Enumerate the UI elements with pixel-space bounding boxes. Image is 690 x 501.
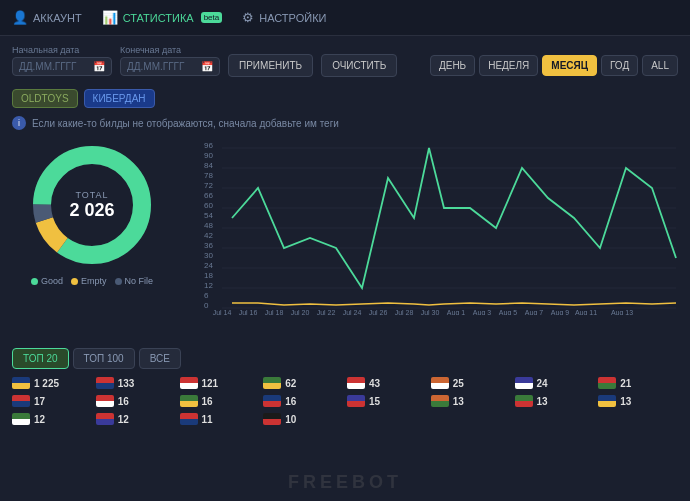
period-day[interactable]: ДЕНЬ: [430, 55, 475, 76]
flag-count: 16: [285, 396, 296, 407]
flag-count: 17: [34, 396, 45, 407]
svg-text:12: 12: [204, 281, 213, 290]
main-line: [232, 148, 676, 288]
nav-settings-label: НАСТРОЙКИ: [259, 12, 326, 24]
svg-rect-55: [347, 383, 365, 389]
flag-count: 1 225: [34, 378, 59, 389]
svg-text:Jul 14: Jul 14: [213, 309, 232, 315]
flag-count: 25: [453, 378, 464, 389]
svg-text:18: 18: [204, 271, 213, 280]
svg-text:Jul 18: Jul 18: [265, 309, 284, 315]
svg-rect-81: [96, 419, 114, 425]
donut-chart: TOTAL 2 026: [27, 140, 157, 270]
navigation: 👤 АККАУНТ 📊 СТАТИСТИКА beta ⚙ НАСТРОЙКИ: [0, 0, 690, 36]
flag-count: 15: [369, 396, 380, 407]
flag-cell: 13: [515, 395, 595, 407]
flag-count: 10: [285, 414, 296, 425]
nav-stats[interactable]: 📊 СТАТИСТИКА beta: [102, 10, 223, 25]
yellow-line: [232, 303, 676, 305]
svg-rect-46: [12, 377, 30, 383]
svg-text:72: 72: [204, 181, 213, 190]
svg-rect-49: [96, 383, 114, 389]
svg-rect-66: [180, 395, 198, 401]
total-value: 2 026: [69, 200, 114, 221]
period-buttons: ДЕНЬ НЕДЕЛЯ МЕСЯЦ ГОД ALL: [430, 55, 678, 76]
end-date-input[interactable]: ДД.ММ.ГГГГ 📅: [120, 57, 220, 76]
flag-table: 1 225 133 121 62 43 25 24 21 17 16 16 16…: [12, 377, 678, 425]
svg-rect-79: [12, 419, 30, 425]
svg-rect-78: [12, 413, 30, 419]
end-date-label: Конечная дата: [120, 45, 220, 55]
svg-rect-52: [263, 377, 281, 383]
svg-text:24: 24: [204, 261, 213, 270]
flag-count: 13: [620, 396, 631, 407]
svg-text:84: 84: [204, 161, 213, 170]
svg-text:Aug 7: Aug 7: [525, 309, 543, 315]
legend-good-label: Good: [41, 276, 63, 286]
svg-text:90: 90: [204, 151, 213, 160]
tab-top20[interactable]: ТОП 20: [12, 348, 69, 369]
svg-text:30: 30: [204, 251, 213, 260]
svg-text:Jul 16: Jul 16: [239, 309, 258, 315]
svg-rect-63: [12, 401, 30, 407]
tabs-row: ТОП 20 ТОП 100 ВСЕ: [12, 348, 678, 369]
stats-icon: 📊: [102, 10, 118, 25]
svg-text:48: 48: [204, 221, 213, 230]
flag-count: 24: [537, 378, 548, 389]
svg-text:66: 66: [204, 191, 213, 200]
tag-oldtoys[interactable]: OLDTOYS: [12, 89, 78, 108]
flag-cell: 21: [598, 377, 678, 389]
apply-button[interactable]: ПРИМЕНИТЬ: [228, 54, 313, 77]
flag-cell: 12: [96, 413, 176, 425]
svg-text:Jul 22: Jul 22: [317, 309, 336, 315]
svg-rect-72: [431, 395, 449, 401]
tab-all[interactable]: ВСЕ: [139, 348, 181, 369]
legend-empty-dot: [71, 278, 78, 285]
svg-rect-50: [180, 377, 198, 383]
svg-rect-69: [263, 401, 281, 407]
svg-rect-58: [515, 377, 533, 383]
legend-nofile-label: No File: [125, 276, 154, 286]
legend-empty-label: Empty: [81, 276, 107, 286]
start-date-input[interactable]: ДД.ММ.ГГГГ 📅: [12, 57, 112, 76]
svg-rect-76: [598, 395, 616, 401]
period-year[interactable]: ГОД: [601, 55, 638, 76]
svg-rect-59: [515, 383, 533, 389]
legend-nofile: No File: [115, 276, 154, 286]
flag-cell: 15: [347, 395, 427, 407]
period-month[interactable]: МЕСЯЦ: [542, 55, 597, 76]
end-date-group: Конечная дата ДД.ММ.ГГГГ 📅: [120, 45, 220, 76]
tab-top100[interactable]: ТОП 100: [73, 348, 135, 369]
flag-cell: 10: [263, 413, 343, 425]
grid-lines: [222, 148, 676, 308]
svg-rect-77: [598, 401, 616, 407]
nav-settings[interactable]: ⚙ НАСТРОЙКИ: [242, 10, 326, 25]
nav-account[interactable]: 👤 АККАУНТ: [12, 10, 82, 25]
tag-cyberdan[interactable]: КИБЕРДАН: [84, 89, 155, 108]
clear-button[interactable]: ОЧИСТИТЬ: [321, 54, 397, 77]
svg-rect-48: [96, 377, 114, 383]
start-date-value: ДД.ММ.ГГГГ: [19, 61, 76, 72]
svg-rect-65: [96, 401, 114, 407]
svg-rect-73: [431, 401, 449, 407]
flag-cell: 133: [96, 377, 176, 389]
legend-good-dot: [31, 278, 38, 285]
donut-label: TOTAL 2 026: [69, 190, 114, 221]
svg-text:Aug 3: Aug 3: [473, 309, 491, 315]
x-axis: Jul 14 Jul 16 Jul 18 Jul 20 Jul 22 Jul 2…: [213, 309, 634, 315]
info-icon: i: [12, 116, 26, 130]
svg-rect-80: [96, 413, 114, 419]
svg-rect-75: [515, 401, 533, 407]
svg-text:36: 36: [204, 241, 213, 250]
flag-cell: 16: [180, 395, 260, 407]
flag-cell: 11: [180, 413, 260, 425]
flag-cell: 43: [347, 377, 427, 389]
flag-cell: 25: [431, 377, 511, 389]
svg-text:0: 0: [204, 301, 209, 310]
nav-stats-label: СТАТИСТИКА: [123, 12, 194, 24]
flag-count: 21: [620, 378, 631, 389]
period-all[interactable]: ALL: [642, 55, 678, 76]
period-week[interactable]: НЕДЕЛЯ: [479, 55, 538, 76]
y-axis: 96 90 84 78 72 66 60 54 48 42 36 30 24 1…: [204, 141, 213, 310]
flag-cell: 121: [180, 377, 260, 389]
